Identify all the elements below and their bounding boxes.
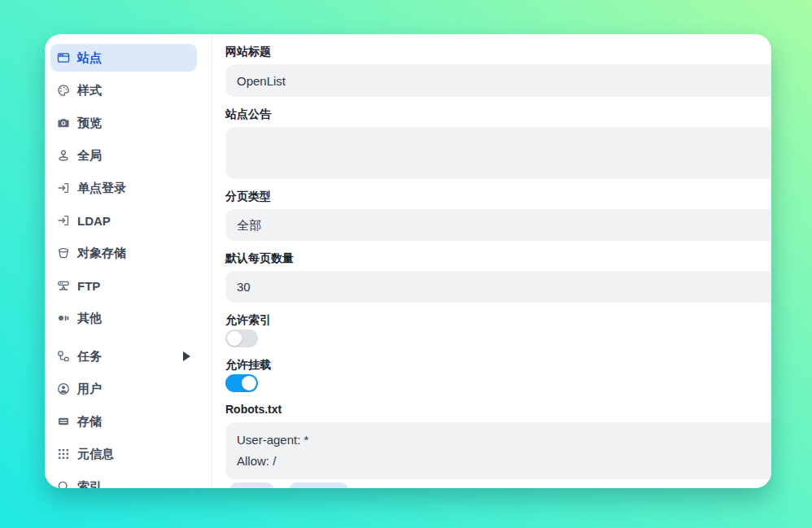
- sitemap-icon: [57, 350, 70, 363]
- settings-window: 站点 样式 预览 全局 单点登录: [45, 34, 771, 488]
- sidebar-item-index[interactable]: 索引: [50, 473, 197, 488]
- sidebar-item-users[interactable]: 用户: [50, 375, 197, 403]
- page-size-label: 默认每页数量: [225, 251, 771, 264]
- sidebar-item-object-storage[interactable]: 对象存储: [50, 239, 197, 267]
- bucket-icon: [57, 247, 70, 260]
- sidebar-item-label: 单点登录: [77, 181, 126, 196]
- settings-form: 网站标题 站点公告 分页类型 全部 默认每页数量 允许索引 允许挂载 Robot…: [212, 34, 771, 488]
- joystick-icon: [57, 149, 70, 162]
- sidebar-item-meta[interactable]: 元信息: [50, 440, 197, 468]
- robots-label: Robots.txt: [225, 403, 771, 416]
- partial-button-right[interactable]: [289, 482, 348, 488]
- site-title-input[interactable]: [225, 64, 771, 97]
- sidebar-item-label: 预览: [77, 116, 102, 131]
- sidebar-item-label: FTP: [77, 279, 100, 293]
- sidebar-item-global[interactable]: 全局: [50, 142, 197, 169]
- sidebar-item-label: 元信息: [77, 447, 114, 462]
- toggle-knob: [227, 331, 242, 346]
- sidebar-item-label: 存储: [77, 414, 102, 430]
- signin-icon: [57, 214, 70, 227]
- sidebar-item-site[interactable]: 站点: [50, 44, 197, 72]
- allow-mount-toggle[interactable]: [225, 374, 258, 392]
- announcement-textarea[interactable]: [225, 127, 771, 179]
- site-title-label: 网站标题: [225, 45, 771, 58]
- allow-index-label: 允许索引: [225, 313, 771, 326]
- storage-icon: [57, 415, 70, 428]
- browser-icon: [57, 51, 70, 64]
- signin-icon: [57, 181, 70, 194]
- robots-textarea[interactable]: User-agent: * Allow: /: [225, 422, 771, 479]
- toggle-knob: [242, 376, 256, 391]
- allow-index-toggle[interactable]: [225, 329, 258, 347]
- sidebar: 站点 样式 预览 全局 单点登录: [45, 34, 212, 488]
- announcement-label: 站点公告: [225, 107, 771, 120]
- network-icon: [57, 279, 70, 292]
- sidebar-item-other[interactable]: 其他: [50, 304, 197, 332]
- partial-button-left[interactable]: [229, 482, 274, 488]
- sidebar-item-ldap[interactable]: LDAP: [50, 207, 197, 234]
- allow-mount-label: 允许挂载: [225, 358, 771, 371]
- sidebar-item-label: 其他: [77, 311, 102, 326]
- sidebar-item-label: 索引: [77, 479, 102, 489]
- meta-grid-icon: [57, 447, 70, 460]
- page-size-input[interactable]: [225, 271, 771, 303]
- sidebar-item-label: 站点: [77, 50, 102, 66]
- sidebar-item-tasks[interactable]: 任务: [50, 343, 197, 370]
- sidebar-item-storage[interactable]: 存储: [50, 408, 197, 435]
- sidebar-item-ftp[interactable]: FTP: [50, 272, 197, 299]
- sidebar-item-label: 对象存储: [77, 246, 126, 261]
- sidebar-item-label: 全局: [77, 148, 102, 164]
- sidebar-item-label: 用户: [77, 382, 102, 397]
- pagination-type-label: 分页类型: [225, 190, 771, 203]
- toggle-icon: [57, 312, 70, 325]
- sidebar-item-sso[interactable]: 单点登录: [50, 174, 197, 202]
- sidebar-item-label: 任务: [77, 349, 102, 364]
- sidebar-item-label: 样式: [77, 83, 102, 98]
- pagination-type-select[interactable]: 全部: [225, 209, 771, 241]
- sidebar-item-preview[interactable]: 预览: [50, 109, 197, 137]
- footer-buttons: [229, 482, 771, 488]
- sidebar-item-style[interactable]: 样式: [50, 76, 197, 104]
- expand-arrow-icon[interactable]: [183, 351, 190, 361]
- search-icon: [57, 480, 70, 488]
- sidebar-item-label: LDAP: [77, 214, 111, 228]
- palette-icon: [57, 84, 70, 97]
- user-icon: [57, 382, 70, 395]
- camera-icon: [57, 116, 70, 129]
